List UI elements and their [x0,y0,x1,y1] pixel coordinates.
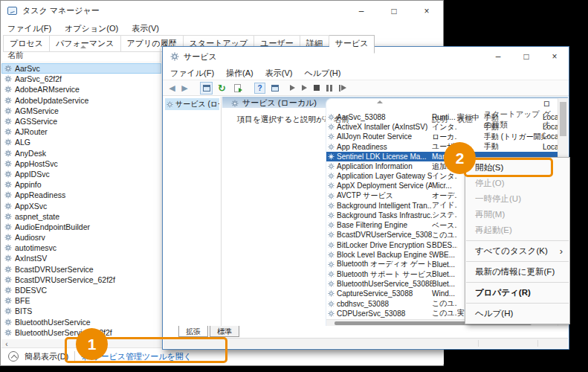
service-gear-icon [328,173,335,179]
cell-name: Application Layer Gateway S... [326,172,432,180]
list-item[interactable]: BluetoothUserService [1,317,161,327]
list-item[interactable]: Appinfo [1,179,161,190]
menu-view[interactable]: 表示(V) [265,68,293,79]
list-item[interactable]: BcastDVRUserService [1,264,161,275]
list-item[interactable]: aspnet_state [1,211,161,222]
resume-service-icon[interactable] [302,85,307,91]
list-item[interactable]: AnyDesk [1,148,161,158]
minimize-button[interactable]: – [345,1,378,21]
service-gear-icon [328,144,335,150]
menu-file[interactable]: ファイル(F) [170,68,214,79]
list-item[interactable]: BITS [1,306,161,316]
maximize-button[interactable]: □ [512,47,540,66]
menu-item-停止(O): 停止(O) [465,176,569,191]
scrollbar-thumb[interactable] [560,102,566,136]
desktop: タスク マネージャー – □ × ファイル(F) オプション(O) 表示(V) … [0,0,588,372]
list-item[interactable]: AppXSvc [1,200,161,211]
menu-file[interactable]: ファイル(F) [7,23,51,34]
service-gear-icon [328,280,335,287]
tab-サービス[interactable]: サービス [329,35,375,54]
column-name[interactable]: 名前 [326,115,432,125]
tree-item-services-local[interactable]: サービス (ローカル) [165,98,219,110]
service-gear-icon [328,202,335,209]
stop-service-icon[interactable] [314,85,320,91]
list-item[interactable]: AppIDSvc [1,169,161,179]
menu-item-最新の情報に更新(F)[interactable]: 最新の情報に更新(F) [465,264,569,280]
collapse-chevron-icon[interactable] [8,351,19,362]
minimize-button[interactable]: – [484,47,512,66]
list-item[interactable]: AxInstSV [1,253,161,263]
show-console-tree-icon[interactable] [200,82,213,94]
menu-help[interactable]: ヘルプ(H) [304,68,340,79]
service-gear-icon [4,150,12,157]
list-item[interactable]: AudioEndpointBuilder [1,222,161,232]
list-item[interactable]: AJRouter [1,126,161,137]
pause-service-icon[interactable] [326,85,332,92]
menu-action[interactable]: 操作(A) [226,68,253,79]
menu-item-プロパティ(R)[interactable]: プロパティ(R) [465,285,569,301]
table-row[interactable]: AllJoyn Router Serviceローカ...手動 (トリガー開始)L… [326,132,558,141]
list-item[interactable]: AarSvc_62f2f [1,74,161,84]
export-list-icon[interactable] [231,82,244,94]
service-gear-icon [4,234,12,241]
service-gear-icon [4,107,12,115]
start-service-icon[interactable] [290,85,295,91]
refresh-icon[interactable]: ↻ [216,82,228,94]
help-icon[interactable]: ? [254,83,265,94]
list-item[interactable]: BcastDVRUserService_62f2f [1,275,161,285]
view-tab-拡張[interactable]: 拡張 [178,326,208,337]
cell-name: CDPUserSvc_53088 [326,310,432,318]
column-logon[interactable]: ログオン [543,99,558,141]
service-name: BluetoothUserService [15,318,91,327]
cell-description: オーデ... [432,190,457,201]
list-item[interactable]: AGMService [1,106,161,116]
menu-options[interactable]: オプション(O) [65,23,118,34]
list-item[interactable]: autotimesvc [1,243,161,253]
view-tabs: 拡張標準 [164,326,568,337]
list-item[interactable]: BDESVC [1,285,161,295]
menu-item-すべてのタスク(K)[interactable]: すべてのタスク(K)› [465,243,569,259]
fewer-details-toggle[interactable]: 簡易表示(D) [25,351,68,362]
list-item[interactable]: AppReadiness [1,190,161,200]
list-item[interactable]: BFE [1,295,161,306]
service-gear-icon [328,301,335,307]
list-item[interactable]: ALG [1,137,161,147]
restart-service-icon[interactable] [339,85,346,92]
maximize-button[interactable]: □ [378,1,410,21]
list-item[interactable]: Audiosrv [1,232,161,243]
list-item[interactable]: AdobeUpdateService [1,95,161,106]
submenu-arrow-icon: › [560,243,563,259]
close-button[interactable]: × [540,47,569,66]
service-gear-icon [328,271,335,278]
list-item[interactable]: AppHostSvc [1,158,161,169]
service-gear-icon [4,286,12,294]
menu-item-ヘルプ(H)[interactable]: ヘルプ(H) [465,306,569,321]
service-gear-icon [4,307,12,315]
list-item[interactable]: AarSvc [1,63,161,74]
menu-item-再開(M): 再開(M) [465,207,569,222]
forward-icon[interactable]: ▶ [180,83,190,93]
column-description[interactable]: 説明 [432,115,457,125]
service-gear-icon [328,261,335,268]
properties-window-icon[interactable] [268,82,281,94]
service-gear-icon [4,86,12,93]
cell-description: アイド... [432,200,457,211]
menu-separator [466,303,569,304]
cell-description: このユ... [432,308,457,318]
service-name: AGMService [15,106,59,115]
cell-name: Background Tasks Infrastruc... [326,211,432,219]
menu-view[interactable]: 表示(V) [132,23,159,34]
back-icon[interactable]: ◀ [167,83,177,93]
column-status[interactable]: 状態 [457,115,484,125]
service-gear-icon [328,290,335,297]
service-gear-icon [328,163,335,170]
table-row[interactable]: App Readinessユーザ...手動Local S. [326,142,558,152]
service-name: AarSvc_62f2f [15,74,62,83]
column-divider[interactable] [160,48,161,62]
close-button[interactable]: × [410,1,443,21]
service-gear-icon [328,310,335,317]
list-item[interactable]: AdobeARMservice [1,84,161,94]
view-tab-標準[interactable]: 標準 [210,326,239,337]
column-startup-type[interactable]: スタートアップの種類 [484,109,543,130]
list-item[interactable]: AGSService [1,116,161,126]
